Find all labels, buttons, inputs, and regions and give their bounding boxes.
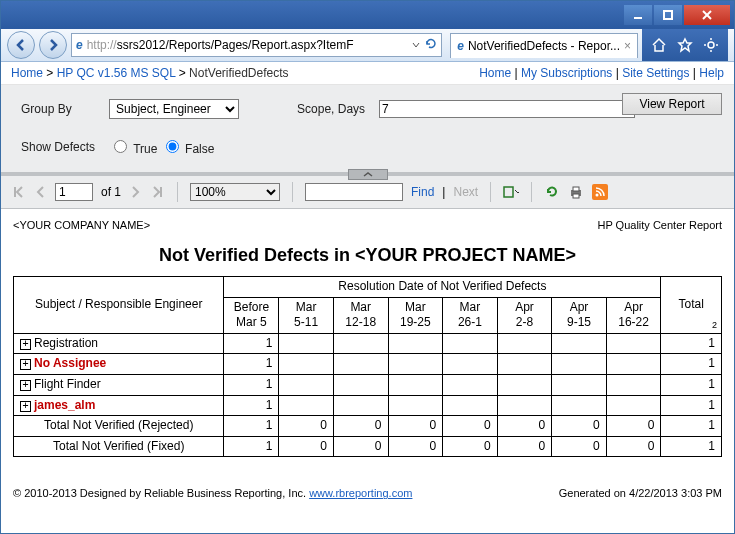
- total-label-cell: Total Not Verified (Fixed): [14, 436, 224, 457]
- address-bar[interactable]: e http://ssrs2012/Reports/Pages/Report.a…: [71, 33, 442, 57]
- window-minimize-button[interactable]: [624, 5, 652, 25]
- value-cell: 0: [606, 436, 661, 457]
- breadcrumb-home[interactable]: Home: [11, 66, 43, 80]
- first-page-button[interactable]: [11, 185, 25, 199]
- value-cell: [443, 354, 498, 375]
- show-defects-true[interactable]: True: [109, 142, 157, 156]
- last-page-button[interactable]: [151, 185, 165, 199]
- zoom-select[interactable]: 100%: [190, 183, 280, 201]
- next-page-button[interactable]: [129, 185, 143, 199]
- collapse-parameters-handle[interactable]: [348, 169, 388, 180]
- assignee-cell[interactable]: +james_alm: [14, 395, 224, 416]
- report-footer-left: © 2010-2013 Designed by Reliable Busines…: [13, 487, 412, 499]
- prev-page-button[interactable]: [33, 185, 47, 199]
- value-cell: [279, 374, 334, 395]
- col-date-header: Mar5-11: [279, 297, 334, 333]
- assignee-cell[interactable]: +No Assignee: [14, 354, 224, 375]
- row-total-cell: 1: [661, 436, 722, 457]
- link-site-settings[interactable]: Site Settings: [622, 66, 689, 80]
- footer-link[interactable]: www.rbreporting.com: [309, 487, 412, 499]
- col-date-header: BeforeMar 5: [224, 297, 279, 333]
- subject-cell[interactable]: +Flight Finder: [14, 374, 224, 395]
- forward-button[interactable]: [39, 31, 67, 59]
- value-cell: [388, 395, 443, 416]
- expand-icon[interactable]: +: [20, 380, 31, 391]
- ssrs-top-bar: Home > HP QC v1.56 MS SQL > NotVerifiedD…: [1, 62, 734, 85]
- scope-input[interactable]: [379, 100, 635, 118]
- value-cell: [497, 374, 552, 395]
- link-help[interactable]: Help: [699, 66, 724, 80]
- value-cell: [606, 395, 661, 416]
- breadcrumb-current: NotVerifiedDefects: [189, 66, 288, 80]
- tab-title: NotVerifiedDefects - Repor...: [468, 39, 620, 53]
- value-cell: [333, 333, 388, 354]
- search-input[interactable]: [305, 183, 403, 201]
- tab-strip: e NotVerifiedDefects - Repor... ×: [450, 33, 638, 58]
- url-history-dropdown[interactable]: [411, 41, 421, 49]
- col-date-header: Mar19-25: [388, 297, 443, 333]
- svg-rect-14: [573, 187, 579, 191]
- page-number-input[interactable]: [55, 183, 93, 201]
- expand-icon[interactable]: +: [20, 401, 31, 412]
- browser-nav-row: e http://ssrs2012/Reports/Pages/Report.a…: [1, 29, 734, 62]
- row-total-cell: 1: [661, 333, 722, 354]
- refresh-report-icon[interactable]: [544, 184, 560, 200]
- parameters-panel: Group By Subject, Engineer Scope, Days S…: [1, 85, 734, 176]
- ie-icon: e: [76, 38, 83, 52]
- value-cell: 0: [388, 416, 443, 437]
- print-icon[interactable]: [568, 184, 584, 200]
- link-home[interactable]: Home: [479, 66, 511, 80]
- back-button[interactable]: [7, 31, 35, 59]
- home-icon[interactable]: [650, 36, 668, 54]
- value-cell: 0: [552, 416, 607, 437]
- value-cell: [497, 395, 552, 416]
- table-row: Total Not Verified (Fixed)100000001: [14, 436, 722, 457]
- expand-icon[interactable]: +: [20, 339, 31, 350]
- browser-tab[interactable]: e NotVerifiedDefects - Repor... ×: [450, 33, 638, 58]
- svg-rect-12: [504, 187, 513, 197]
- value-cell: 0: [552, 436, 607, 457]
- value-cell: [606, 354, 661, 375]
- show-defects-label: Show Defects: [21, 140, 95, 154]
- find-next-link[interactable]: Next: [453, 185, 478, 199]
- atom-feed-icon[interactable]: [592, 184, 608, 200]
- value-cell: [552, 333, 607, 354]
- value-cell: 0: [279, 436, 334, 457]
- value-cell: 1: [224, 436, 279, 457]
- value-cell: [333, 354, 388, 375]
- tools-icon[interactable]: [702, 36, 720, 54]
- show-defects-false[interactable]: False: [161, 142, 215, 156]
- favorites-icon[interactable]: [676, 36, 694, 54]
- value-cell: [497, 354, 552, 375]
- company-name: <YOUR COMPANY NAME>: [13, 219, 150, 231]
- report-title: Not Verified Defects in <YOUR PROJECT NA…: [13, 245, 722, 266]
- window-maximize-button[interactable]: [654, 5, 682, 25]
- window-close-button[interactable]: [684, 5, 730, 25]
- value-cell: [497, 333, 552, 354]
- value-cell: [606, 374, 661, 395]
- view-report-button[interactable]: View Report: [622, 93, 722, 115]
- value-cell: [333, 374, 388, 395]
- value-cell: 0: [497, 416, 552, 437]
- link-my-subscriptions[interactable]: My Subscriptions: [521, 66, 612, 80]
- refresh-icon[interactable]: [425, 38, 437, 53]
- find-link[interactable]: Find: [411, 185, 434, 199]
- col-subject-header: Subject / Responsible Engineer: [14, 277, 224, 334]
- value-cell: 0: [333, 436, 388, 457]
- ssrs-right-links: Home | My Subscriptions | Site Settings …: [479, 66, 724, 80]
- group-by-select[interactable]: Subject, Engineer: [109, 99, 239, 119]
- value-cell: [279, 354, 334, 375]
- value-cell: [552, 395, 607, 416]
- close-tab-icon[interactable]: ×: [624, 39, 631, 53]
- value-cell: [606, 333, 661, 354]
- subject-cell[interactable]: +Registration: [14, 333, 224, 354]
- value-cell: [279, 333, 334, 354]
- breadcrumb-folder[interactable]: HP QC v1.56 MS SQL: [57, 66, 176, 80]
- table-row: Total Not Verified (Rejected)100000001: [14, 416, 722, 437]
- table-row: +No Assignee11: [14, 354, 722, 375]
- col-date-header: Mar26-1: [443, 297, 498, 333]
- col-date-header: Apr9-15: [552, 297, 607, 333]
- expand-icon[interactable]: +: [20, 359, 31, 370]
- export-dropdown-icon[interactable]: [503, 184, 519, 200]
- value-cell: [333, 395, 388, 416]
